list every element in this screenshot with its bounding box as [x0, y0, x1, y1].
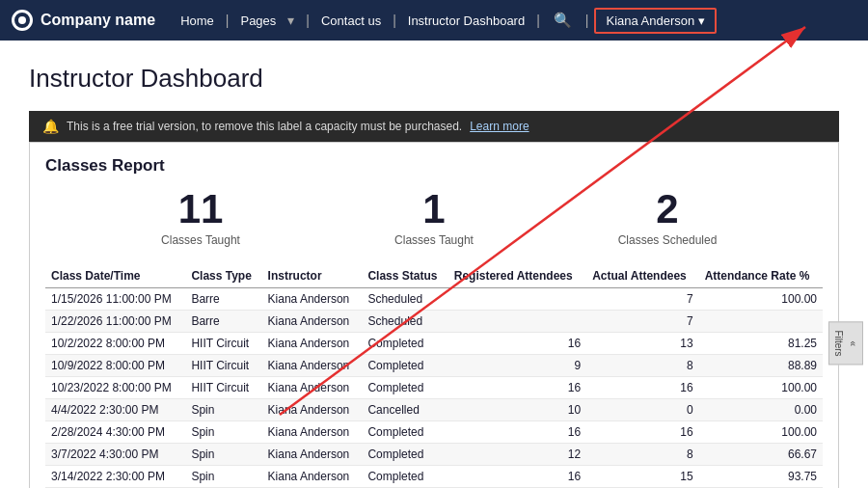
filters-sidebar[interactable]: « Filters — [828, 321, 863, 365]
table-cell: 2/28/2024 4:30:00 PM — [45, 421, 185, 444]
table-cell: Scheduled — [362, 288, 448, 311]
table-row: 2/28/2024 4:30:00 PMSpinKiana AndersonCo… — [45, 421, 823, 444]
classes-table: Class Date/Time Class Type Instructor Cl… — [45, 264, 823, 488]
table-cell: 81.25 — [699, 333, 823, 355]
chevron-down-icon: ▾ — [698, 14, 705, 28]
stat-block-2: 2 Classes Scheduled — [551, 189, 784, 247]
table-header-row: Class Date/Time Class Type Instructor Cl… — [45, 264, 823, 288]
nav-sep-4: | — [536, 13, 540, 28]
table-cell — [448, 311, 586, 333]
report-title: Classes Report — [45, 156, 823, 176]
table-cell — [448, 288, 586, 311]
nav-sep-1: | — [226, 13, 230, 28]
nav-sep-5: | — [585, 13, 589, 28]
table-cell: Completed — [362, 421, 448, 444]
table-cell: Spin — [185, 399, 261, 421]
table-cell: 3/7/2022 4:30:00 PM — [45, 444, 185, 466]
nav-dashboard[interactable]: Instructor Dashboard — [402, 14, 530, 28]
table-container: Class Date/Time Class Type Instructor Cl… — [45, 264, 823, 488]
table-cell: 16 — [448, 466, 586, 488]
table-cell: Barre — [185, 311, 261, 333]
table-cell: 8 — [586, 444, 698, 466]
table-cell: Completed — [362, 444, 448, 466]
table-cell: Completed — [362, 377, 448, 399]
table-row: 10/23/2022 8:00:00 PMHIIT CircuitKiana A… — [45, 377, 823, 399]
table-cell: Spin — [185, 421, 261, 444]
table-cell: 0.00 — [699, 399, 823, 421]
trial-banner: 🔔 This is a free trial version, to remov… — [29, 111, 839, 142]
table-cell: Spin — [185, 444, 261, 466]
table-cell: Completed — [362, 355, 448, 377]
table-row: 4/4/2022 2:30:00 PMSpinKiana AndersonCan… — [45, 399, 823, 421]
table-cell: 13 — [586, 333, 698, 355]
table-cell: 7 — [586, 288, 698, 311]
table-cell: 8 — [586, 355, 698, 377]
table-cell: 1/15/2026 11:00:00 PM — [45, 288, 185, 311]
stat-number-1: 1 — [317, 189, 551, 230]
table-cell: Kiana Anderson — [262, 444, 363, 466]
table-cell: 3/14/2022 2:30:00 PM — [45, 466, 185, 488]
table-cell: 88.89 — [699, 355, 823, 377]
stat-number-2: 2 — [551, 189, 784, 230]
table-body: 1/15/2026 11:00:00 PMBarreKiana Anderson… — [45, 288, 823, 489]
table-cell: 7 — [586, 311, 698, 333]
brand-logo[interactable]: Company name — [12, 10, 155, 31]
table-cell: 100.00 — [699, 288, 823, 311]
bell-icon: 🔔 — [42, 119, 59, 134]
table-row: 10/2/2022 8:00:00 PMHIIT CircuitKiana An… — [45, 333, 823, 355]
nav-sep-3: | — [393, 13, 396, 28]
nav-home[interactable]: Home — [175, 14, 220, 28]
table-cell: 9 — [448, 355, 586, 377]
table-cell: Kiana Anderson — [262, 466, 363, 488]
table-cell: 12 — [448, 444, 586, 466]
stat-block-1: 1 Classes Taught — [317, 189, 551, 247]
table-cell — [699, 311, 823, 333]
table-cell: Kiana Anderson — [262, 333, 363, 355]
stat-label-2: Classes Scheduled — [551, 233, 784, 247]
table-cell: 16 — [448, 377, 586, 399]
table-cell: 16 — [448, 421, 586, 444]
stat-number-0: 11 — [84, 189, 317, 230]
col-status: Class Status — [362, 264, 448, 288]
table-cell: HIIT Circuit — [185, 355, 261, 377]
table-cell: 16 — [586, 377, 698, 399]
table-cell: 10/9/2022 8:00:00 PM — [45, 355, 185, 377]
table-row: 3/7/2022 4:30:00 PMSpinKiana AndersonCom… — [45, 444, 823, 466]
table-cell: 10 — [448, 399, 586, 421]
table-cell: 16 — [586, 421, 698, 444]
table-cell: Kiana Anderson — [262, 288, 363, 311]
user-name: Kiana Anderson — [606, 14, 694, 28]
col-registered: Registered Attendees — [448, 264, 586, 288]
navbar: Company name Home | Pages ▾ | Contact us… — [0, 0, 868, 41]
col-datetime: Class Date/Time — [45, 264, 185, 288]
report-section: Classes Report 11 Classes Taught 1 Class… — [29, 142, 839, 488]
brand-icon — [12, 10, 33, 31]
banner-text: This is a free trial version, to remove … — [67, 120, 462, 133]
table-cell: 15 — [586, 466, 698, 488]
table-cell: 1/22/2026 11:00:00 PM — [45, 311, 185, 333]
table-cell: 100.00 — [699, 377, 823, 399]
table-cell: Barre — [185, 288, 261, 311]
table-cell: 4/4/2022 2:30:00 PM — [45, 399, 185, 421]
nav-pages[interactable]: Pages — [234, 14, 282, 28]
table-row: 10/9/2022 8:00:00 PMHIIT CircuitKiana An… — [45, 355, 823, 377]
stat-block-0: 11 Classes Taught — [84, 189, 317, 247]
user-menu-button[interactable]: Kiana Anderson ▾ — [594, 8, 717, 34]
table-cell: Completed — [362, 333, 448, 355]
col-rate: Attendance Rate % — [699, 264, 823, 288]
nav-links: Home | Pages ▾ | Contact us | Instructor… — [175, 8, 856, 34]
stats-row: 11 Classes Taught 1 Classes Taught 2 Cla… — [45, 189, 823, 247]
nav-contact[interactable]: Contact us — [315, 14, 387, 28]
page-title: Instructor Dashboard — [29, 64, 839, 94]
search-icon[interactable]: 🔍 — [546, 12, 580, 29]
table-cell: Cancelled — [362, 399, 448, 421]
table-cell: Kiana Anderson — [262, 399, 363, 421]
learn-more-link[interactable]: Learn more — [470, 120, 529, 133]
table-row: 3/14/2022 2:30:00 PMSpinKiana AndersonCo… — [45, 466, 823, 488]
brand-name: Company name — [41, 12, 155, 29]
table-cell: Spin — [185, 466, 261, 488]
filter-chevron-icon: « — [848, 340, 858, 346]
table-cell: Kiana Anderson — [262, 355, 363, 377]
table-cell: 66.67 — [699, 444, 823, 466]
table-cell: 10/23/2022 8:00:00 PM — [45, 377, 185, 399]
